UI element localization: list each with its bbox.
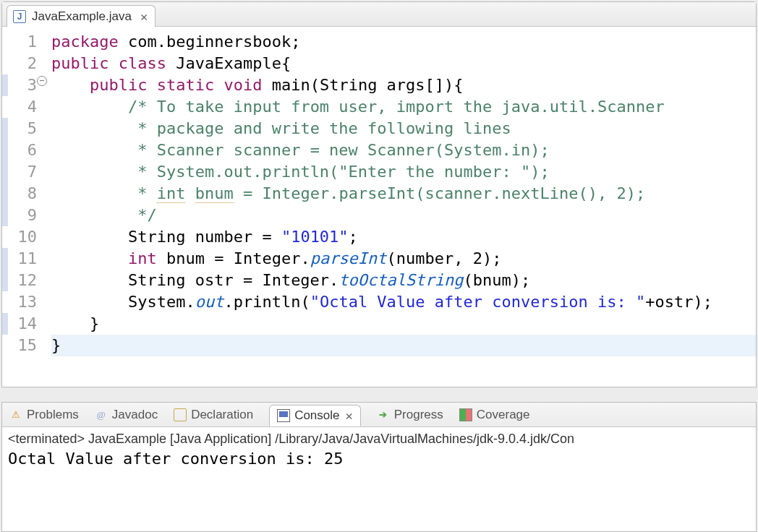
line-number: 10 — [2, 226, 41, 248]
warning-icon: ⚠ — [9, 408, 22, 421]
tab-label: Console — [294, 408, 339, 423]
console-icon — [277, 409, 290, 422]
tab-problems[interactable]: ⚠ Problems — [9, 408, 79, 422]
code-line[interactable]: } — [51, 314, 99, 332]
code-line[interactable]: * Scanner scanner = new Scanner(System.i… — [51, 141, 550, 159]
coverage-icon — [459, 408, 472, 421]
editor-pane: J JavaExample.java ✕ 1234567891011121314… — [1, 1, 757, 387]
code-line[interactable]: */ — [51, 206, 157, 224]
editor-tab-bar: J JavaExample.java ✕ — [2, 2, 756, 27]
at-icon: @ — [95, 408, 108, 421]
code-line[interactable]: String ostr = Integer.toOctalString(bnum… — [51, 271, 530, 289]
line-number: 6 — [2, 140, 41, 161]
console-output[interactable]: Octal Value after conversion is: 25 — [8, 447, 750, 469]
code-line[interactable]: String number = "10101"; — [51, 228, 358, 246]
view-tab-bar: ⚠ Problems @ Javadoc Declaration Console… — [2, 403, 756, 427]
line-number: 14 — [2, 313, 41, 335]
console-process-descriptor: <terminated> JavaExample [Java Applicati… — [8, 430, 750, 447]
java-file-icon: J — [13, 10, 26, 23]
tab-javadoc[interactable]: @ Javadoc — [95, 408, 158, 422]
code-line[interactable]: int bnum = Integer.parseInt(number, 2); — [51, 249, 502, 267]
progress-icon: ➔ — [377, 408, 390, 421]
tab-label: Problems — [27, 408, 79, 422]
editor-tab-label: JavaExample.java — [32, 9, 132, 24]
code-text[interactable]: package com.beginnersbook; public class … — [46, 27, 756, 387]
line-number: 7 — [2, 161, 41, 183]
line-number: 13 — [2, 291, 41, 313]
code-line[interactable]: System.out.println("Octal Value after co… — [51, 293, 712, 311]
line-number: 8 — [2, 183, 41, 205]
line-number: 12 — [2, 270, 41, 291]
code-area[interactable]: 123456789101112131415 package com.beginn… — [2, 27, 756, 387]
line-number: 5 — [2, 118, 41, 140]
declaration-icon — [174, 408, 187, 421]
line-number: 3 — [2, 74, 41, 96]
line-number: 1 — [2, 31, 41, 53]
line-number: 4 — [2, 96, 41, 118]
line-number: 11 — [2, 248, 41, 270]
line-number: 9 — [2, 205, 41, 226]
tab-console[interactable]: Console ✕ — [269, 405, 361, 426]
code-line[interactable]: package com.beginnersbook; — [51, 33, 300, 51]
tab-label: Coverage — [477, 408, 530, 422]
pane-divider[interactable] — [0, 387, 758, 392]
code-line[interactable]: * package and write the following lines — [51, 119, 511, 137]
console-body: <terminated> JavaExample [Java Applicati… — [2, 427, 756, 472]
code-line[interactable]: * System.out.println("Enter the number: … — [51, 163, 550, 181]
tab-label: Progress — [394, 408, 443, 422]
line-number: 15 — [2, 335, 41, 356]
line-number-gutter: 123456789101112131415 — [2, 27, 46, 387]
tab-coverage[interactable]: Coverage — [459, 408, 530, 422]
editor-tab-javaexample[interactable]: J JavaExample.java ✕ — [7, 5, 156, 27]
fold-toggle-icon[interactable] — [37, 76, 47, 86]
code-line[interactable]: public class JavaExample{ — [51, 54, 291, 72]
line-number: 2 — [2, 53, 41, 74]
tab-label: Javadoc — [112, 408, 158, 422]
close-icon[interactable]: ✕ — [346, 408, 353, 423]
code-line[interactable]: public static void main(String args[]){ — [51, 76, 464, 94]
code-line[interactable]: } — [51, 335, 756, 356]
code-line[interactable]: /* To take input from user, import the j… — [51, 98, 665, 116]
tab-progress[interactable]: ➔ Progress — [377, 408, 443, 422]
tab-declaration[interactable]: Declaration — [174, 408, 253, 422]
bottom-pane: ⚠ Problems @ Javadoc Declaration Console… — [1, 402, 757, 532]
code-line[interactable]: * int bnum = Integer.parseInt(scanner.ne… — [51, 184, 645, 203]
close-icon[interactable]: ✕ — [140, 9, 148, 24]
tab-label: Declaration — [191, 408, 253, 422]
